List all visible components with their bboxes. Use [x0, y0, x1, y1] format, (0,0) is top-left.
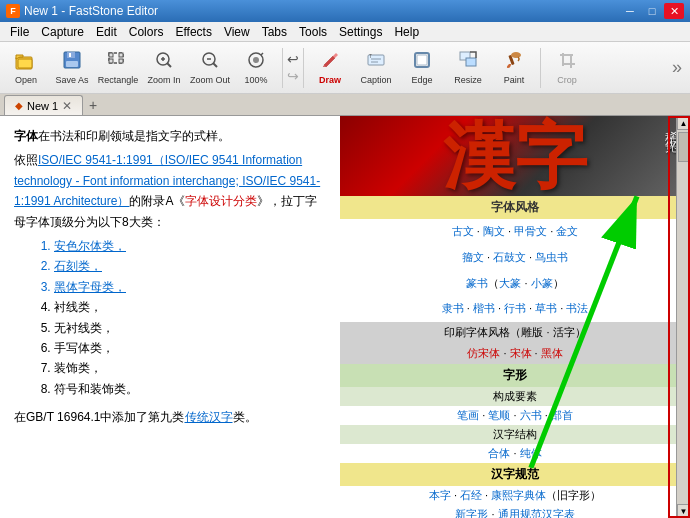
edge-label: Edge: [411, 75, 432, 85]
tab-close-button[interactable]: ✕: [62, 99, 72, 113]
menu-effects[interactable]: Effects: [169, 23, 217, 41]
link-bishun[interactable]: 笔顺: [488, 409, 510, 421]
link-benzi[interactable]: 本字: [429, 489, 451, 501]
category-link[interactable]: 字体设计分类: [185, 194, 257, 208]
menu-tabs[interactable]: Tabs: [256, 23, 293, 41]
svg-rect-10: [119, 59, 123, 63]
svg-text:T: T: [369, 53, 372, 59]
scroll-thumb[interactable]: [678, 132, 690, 162]
zoom-100-button[interactable]: 100%: [234, 45, 278, 91]
structure-row: 汉字结构: [340, 425, 690, 444]
app-icon: F: [6, 4, 20, 18]
link-liushu[interactable]: 六书: [520, 409, 542, 421]
draw-button[interactable]: Draw: [308, 45, 352, 91]
window-title: New 1 - FastStone Editor: [24, 4, 158, 18]
tab-add-button[interactable]: +: [83, 95, 103, 115]
link-chunti[interactable]: 纯体: [520, 447, 542, 459]
save-icon: [62, 50, 82, 73]
font-style-links4: 隶书 · 楷书 · 行书 · 草书 · 书法: [340, 296, 690, 322]
menu-settings[interactable]: Settings: [333, 23, 388, 41]
trad-chinese-link[interactable]: 传统汉字: [185, 410, 233, 424]
link-huozi[interactable]: 活字: [553, 326, 575, 338]
link-tongyong[interactable]: 通用规范汉字表: [498, 508, 575, 518]
svg-rect-8: [119, 53, 123, 57]
menu-help[interactable]: Help: [388, 23, 425, 41]
print-style-row: 印刷字体风格（雕版 · 活字）: [340, 322, 690, 343]
rectangle-button[interactable]: Rectangle: [96, 45, 140, 91]
zoom-out-button[interactable]: Zoom Out: [188, 45, 232, 91]
minimize-button[interactable]: ─: [620, 3, 640, 19]
iso-link[interactable]: ISO/IEC 9541-1:1991（ISO/IEC 9541 Informa…: [14, 153, 320, 208]
link-caoshu[interactable]: 草书: [535, 302, 557, 314]
menu-colors[interactable]: Colors: [123, 23, 170, 41]
scroll-up[interactable]: ▲: [677, 116, 691, 130]
paint-button[interactable]: Paint: [492, 45, 536, 91]
link-zhuanshu[interactable]: 篆书: [466, 277, 488, 289]
section-font-style: 字体风格: [340, 196, 690, 219]
list-item-6: 手写体类，: [54, 338, 326, 358]
menu-edit[interactable]: Edit: [90, 23, 123, 41]
save-as-button[interactable]: Save As: [50, 45, 94, 91]
scrollbar[interactable]: ▲ ▼: [676, 116, 690, 518]
link-bihua[interactable]: 笔画: [457, 409, 479, 421]
link-shijing[interactable]: 石经: [460, 489, 482, 501]
zoom-in-icon: [154, 50, 174, 73]
svg-point-19: [253, 57, 259, 63]
caption-label: Caption: [360, 75, 391, 85]
link-shiguwen[interactable]: 石鼓文: [493, 251, 526, 263]
crop-label: Crop: [557, 75, 577, 85]
edge-button[interactable]: Edge: [400, 45, 444, 91]
components-row: 构成要素: [340, 387, 690, 406]
list-item-3[interactable]: 黑体字母类，: [54, 277, 326, 297]
list-item-2[interactable]: 石刻类，: [54, 256, 326, 276]
link-jiaguwen[interactable]: 甲骨文: [514, 225, 547, 237]
separator-2: [303, 48, 304, 88]
link-zhouwen[interactable]: 籀文: [462, 251, 484, 263]
svg-rect-28: [466, 58, 476, 66]
zoom-in-button[interactable]: Zoom In: [142, 45, 186, 91]
close-button[interactable]: ✕: [664, 3, 684, 19]
menu-bar: File Capture Edit Colors Effects View Ta…: [0, 22, 690, 42]
tab-new1[interactable]: ◆ New 1 ✕: [4, 95, 83, 115]
resize-button[interactable]: Resize: [446, 45, 490, 91]
caption-button[interactable]: T Caption: [354, 45, 398, 91]
link-niaosu[interactable]: 鸟虫书: [535, 251, 568, 263]
zoom-in-label: Zoom In: [147, 75, 180, 85]
separator-3: [540, 48, 541, 88]
link-guwen[interactable]: 古文: [452, 225, 474, 237]
bold-font: 字体: [14, 129, 38, 143]
crop-icon: [557, 50, 577, 73]
redo-button[interactable]: ↪: [287, 68, 299, 84]
link-xingshu[interactable]: 行书: [504, 302, 526, 314]
link-diaobang[interactable]: 雕版: [521, 326, 543, 338]
crop-button[interactable]: Crop: [545, 45, 589, 91]
open-button[interactable]: Open: [4, 45, 48, 91]
link-lishu[interactable]: 隶书: [442, 302, 464, 314]
iso-paragraph: 依照ISO/IEC 9541-1:1991（ISO/IEC 9541 Infor…: [14, 150, 326, 232]
undo-button[interactable]: ↩: [287, 51, 299, 67]
font-fangsung: 仿宋体: [467, 347, 500, 359]
list-item-1[interactable]: 安色尔体类，: [54, 236, 326, 256]
svg-rect-5: [69, 53, 71, 57]
menu-capture[interactable]: Capture: [35, 23, 90, 41]
scroll-down[interactable]: ▼: [677, 504, 691, 518]
menu-tools[interactable]: Tools: [293, 23, 333, 41]
link-xiaozhuan[interactable]: 小篆: [531, 277, 553, 289]
link-dazhuan[interactable]: 大篆: [499, 277, 521, 289]
edge-icon: [412, 50, 432, 73]
menu-view[interactable]: View: [218, 23, 256, 41]
link-heti[interactable]: 合体: [488, 447, 510, 459]
link-jinwen[interactable]: 金文: [556, 225, 578, 237]
link-kangxi[interactable]: 康熙字典体: [491, 489, 546, 501]
intro-paragraph: 字体在书法和印刷领域是指文字的式样。: [14, 126, 326, 146]
toolbar-more-button[interactable]: »: [668, 53, 686, 82]
link-xinzixing[interactable]: 新字形: [455, 508, 488, 518]
menu-file[interactable]: File: [4, 23, 35, 41]
link-taoci[interactable]: 陶文: [483, 225, 505, 237]
link-shufa[interactable]: 书法: [566, 302, 588, 314]
link-kaishu[interactable]: 楷书: [473, 302, 495, 314]
window-controls: ─ □ ✕: [620, 3, 684, 19]
maximize-button[interactable]: □: [642, 3, 662, 19]
link-bushou[interactable]: 部首: [551, 409, 573, 421]
svg-line-17: [213, 63, 217, 67]
